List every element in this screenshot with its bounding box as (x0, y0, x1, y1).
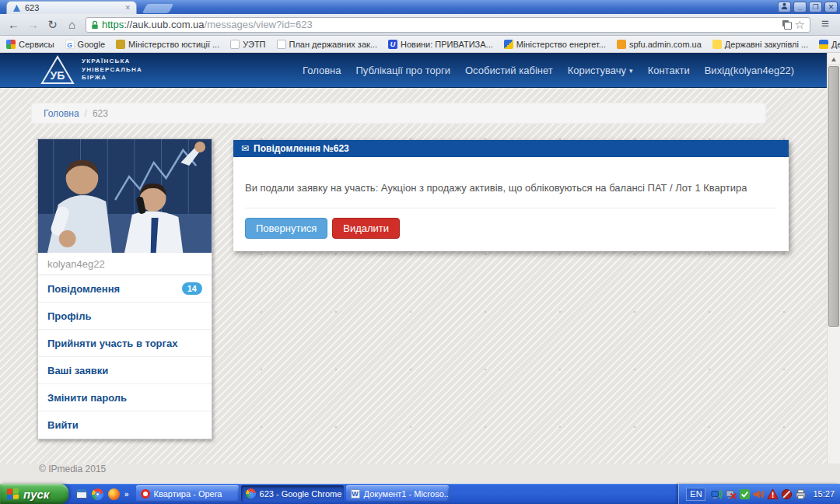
bookmark-item[interactable]: Міністерство юстиції ... (116, 40, 219, 49)
bookmark-star-icon[interactable]: ☆ (795, 18, 805, 32)
user-switch-button[interactable] (778, 2, 791, 12)
bookmark-item[interactable]: УЭТП (230, 40, 265, 49)
back-button[interactable]: Повернутися (245, 218, 327, 239)
windows-logo-icon (7, 488, 19, 499)
reload-icon[interactable]: ↻ (43, 16, 62, 34)
envelope-icon: ✉ (241, 143, 249, 154)
security-blocked-icon[interactable] (781, 488, 793, 500)
sidebar-item-change-password[interactable]: Змінити пароль (38, 384, 212, 411)
bookmark-item[interactable]: Державні закупівлі ... (712, 40, 808, 49)
svg-text:УБ: УБ (51, 69, 65, 82)
sidebar-username: kolyan4eg22 (38, 253, 212, 275)
messages-count-badge: 14 (182, 282, 202, 295)
nav-publications[interactable]: Публікації про торги (355, 65, 450, 76)
desktop: 623 ✕ _ ❐ ✕ ← → ↻ ⌂ https://auk.uub.com.… (0, 0, 840, 504)
browser-toolbar: ← → ↻ ⌂ https://auk.uub.com.ua/messages/… (0, 14, 840, 36)
network-error-icon[interactable] (725, 488, 737, 500)
energy-ministry-icon (504, 40, 513, 49)
home-icon[interactable]: ⌂ (62, 16, 82, 34)
user-icon (781, 2, 788, 9)
minimize-button[interactable]: _ (793, 2, 807, 12)
forward-icon[interactable]: → (23, 16, 43, 34)
site-nav: Головна Публікації про торги Особистий к… (303, 53, 794, 88)
delete-button[interactable]: Видалити (332, 218, 400, 239)
restore-button[interactable]: ❐ (809, 2, 822, 12)
nav-logout[interactable]: Вихід(kolyan4eg22) (705, 65, 794, 76)
page-icon (277, 40, 286, 49)
titlebar: 623 ✕ _ ❐ ✕ (0, 0, 840, 14)
nav-cabinet[interactable]: Особистий кабінет (465, 65, 553, 76)
message-text: Ви подали заявку на участь: Аукціон з пр… (245, 182, 777, 194)
new-tab-button[interactable] (142, 4, 173, 13)
tab-close-icon[interactable]: ✕ (124, 4, 131, 12)
scales-icon (116, 40, 125, 49)
bookmark-item[interactable]: Міністерство енергет... (504, 40, 606, 49)
url-scheme: https (102, 19, 124, 30)
sidebar-item-messages[interactable]: Повідомлення 14 (38, 275, 212, 303)
address-bar[interactable]: https://auk.uub.com.ua/messages/view?id=… (86, 17, 810, 33)
firefox-icon[interactable] (108, 488, 120, 500)
network-activity-icon[interactable] (711, 488, 723, 500)
site-footer: © IPmedia 2015 (39, 464, 106, 474)
trident-icon (712, 40, 722, 49)
bookmark-item[interactable]: GGoogle (65, 40, 105, 49)
scroll-up-icon[interactable] (828, 53, 840, 65)
quick-launch-overflow-icon[interactable]: » (124, 490, 129, 499)
site-logo[interactable]: УБ УКРАЇНСЬКА УНІВЕРСАЛЬНА БІРЖА (40, 55, 142, 85)
apps-grid-icon (6, 40, 16, 49)
breadcrumb-separator: / (85, 108, 87, 119)
site-header: УБ УКРАЇНСЬКА УНІВЕРСАЛЬНА БІРЖА Головна… (0, 53, 827, 88)
web-page: УБ УКРАЇНСЬКА УНІВЕРСАЛЬНА БІРЖА Головна… (0, 53, 840, 464)
bookmark-item[interactable]: Сервисы (6, 40, 54, 49)
google-icon: G (65, 40, 75, 49)
nav-contacts[interactable]: Контакти (648, 65, 690, 76)
taskbar-task-word[interactable]: W Документ1 - Microso... (346, 485, 449, 502)
spfu-icon (617, 40, 626, 49)
chrome-icon (246, 488, 256, 499)
warning-icon[interactable] (767, 488, 779, 500)
shield-check-icon[interactable] (739, 488, 751, 500)
url-path: /messages/view?id=623 (205, 19, 313, 30)
taskbar: пуск » Квартира - Opera 623 - Google Chr… (0, 484, 840, 504)
message-panel: ✉ Повідомлення №623 Ви подали заявку на … (233, 140, 789, 251)
nav-home[interactable]: Головна (303, 65, 341, 76)
taskbar-task-chrome[interactable]: 623 - Google Chrome (241, 485, 344, 502)
sidebar: kolyan4eg22 Повідомлення 14 Профіль Прий… (37, 138, 212, 439)
printer-icon[interactable] (795, 488, 807, 500)
taskbar-task-opera[interactable]: Квартира - Opera (136, 485, 239, 502)
lock-icon (91, 20, 99, 30)
bookmark-item[interactable]: План державних зак... (277, 40, 377, 49)
show-desktop-icon[interactable] (76, 489, 87, 499)
chrome-menu-icon[interactable]: ≡ (814, 16, 836, 34)
system-tray: EN (678, 484, 840, 504)
scrollbar-thumb[interactable] (828, 66, 839, 327)
bookmark-item[interactable]: UНовини: ПРИВАТИЗА... (388, 40, 493, 49)
language-indicator[interactable]: EN (686, 488, 705, 501)
nav-user-dropdown[interactable]: Користувачу▾ (568, 65, 633, 76)
tab-favicon-icon (12, 4, 21, 12)
taskbar-clock[interactable]: 15:27 (813, 489, 835, 499)
translate-icon[interactable] (782, 20, 792, 30)
url-host: ://auk.uub.com.ua (124, 19, 204, 30)
message-panel-title: Повідомлення №623 (254, 143, 349, 154)
breadcrumb-current: 623 (93, 108, 108, 119)
browser-tab[interactable]: 623 ✕ (6, 1, 137, 14)
start-button[interactable]: пуск (0, 484, 68, 504)
page-scrollbar[interactable] (827, 53, 840, 464)
exchange-logo-icon: УБ (40, 55, 75, 85)
sidebar-item-profile[interactable]: Профіль (38, 303, 212, 330)
sidebar-item-participate[interactable]: Прийняти участь в торгах (38, 330, 212, 357)
page-icon (230, 40, 240, 49)
back-icon[interactable]: ← (4, 16, 23, 34)
volume-icon[interactable] (753, 488, 765, 500)
browser-window: 623 ✕ _ ❐ ✕ ← → ↻ ⌂ https://auk.uub.com.… (0, 0, 840, 484)
close-button[interactable]: ✕ (824, 2, 838, 12)
bookmark-item[interactable]: spfu.admin.com.ua (617, 40, 702, 49)
breadcrumb-home-link[interactable]: Головна (44, 108, 79, 119)
sidebar-item-logout[interactable]: Вийти (38, 411, 212, 439)
quick-launch: » (68, 484, 136, 504)
chrome-icon[interactable] (92, 488, 103, 500)
sidebar-item-applications[interactable]: Ваші заявки (38, 357, 212, 384)
bookmark-item[interactable]: Державне космічне а... (819, 40, 840, 49)
bookmarks-bar: Сервисы GGoogle Міністерство юстиції ...… (0, 36, 840, 53)
